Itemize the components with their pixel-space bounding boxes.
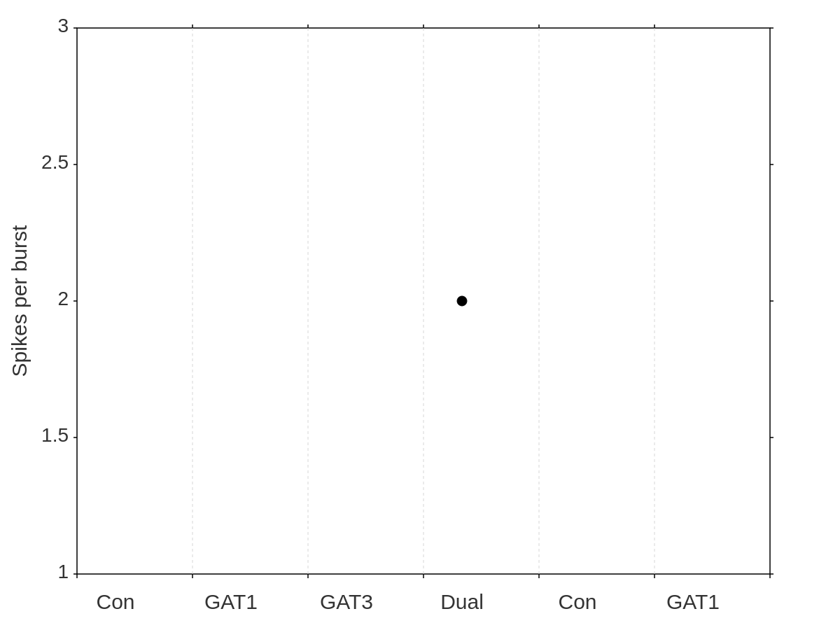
xlabel-gat1-2: GAT1 [666, 590, 720, 613]
ytick-label-25: 2.5 [41, 151, 69, 173]
xlabel-gat3: GAT3 [320, 590, 373, 613]
xlabel-dual: Dual [440, 590, 484, 613]
chart-container: 3 2.5 2 1.5 1 Con GAT1 GAT3 Dual Con GAT… [0, 0, 840, 630]
xlabel-con2: Con [558, 590, 596, 613]
data-point-dual [457, 296, 467, 306]
plot-area [77, 28, 770, 574]
ytick-label-1: 1 [57, 561, 69, 582]
ytick-label-15: 1.5 [41, 424, 69, 446]
xlabel-gat1-1: GAT1 [204, 590, 258, 613]
y-axis-label: Spikes per burst [8, 225, 31, 377]
ytick-label-3: 3 [57, 15, 69, 36]
xlabel-con1: Con [96, 590, 134, 613]
chart-svg: 3 2.5 2 1.5 1 Con GAT1 GAT3 Dual Con GAT… [0, 0, 840, 630]
ytick-label-2: 2 [57, 288, 69, 309]
